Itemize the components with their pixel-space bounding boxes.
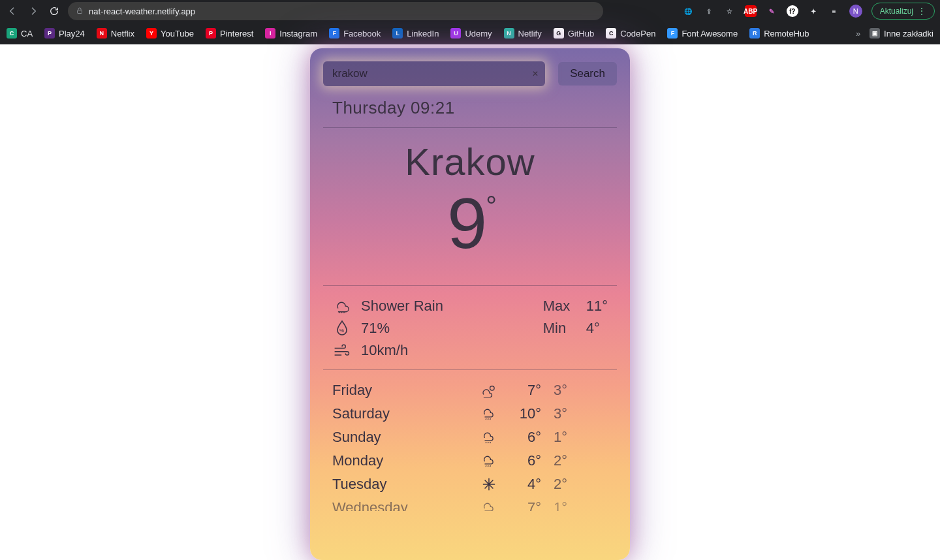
wind-text: 10km/h [361,342,408,359]
wind-icon [332,344,352,357]
bookmark-icon: F [329,28,339,39]
forecast-row: Sunday6°1° [332,429,608,446]
forecast-day: Saturday [332,405,476,422]
bookmark-ca[interactable]: CCA [7,28,33,39]
svg-point-2 [490,386,495,391]
forecast-day: Wednesday [332,499,476,511]
forecast-low: 1° [541,429,567,446]
lock-icon [76,7,84,16]
svg-rect-0 [78,10,82,13]
search-button[interactable]: Search [558,62,617,86]
bookmark-icon: N [97,28,107,39]
wand-icon[interactable]: ✎ [766,5,777,17]
forecast-day: Sunday [332,429,476,446]
extensions-icon[interactable]: ✦ [807,5,819,17]
current-timestamp: Thursday 09:21 [332,98,617,118]
bookmark-codepen[interactable]: CCodePen [606,28,655,39]
folder-icon: ▣ [870,28,880,39]
reload-button[interactable] [47,4,61,18]
forecast-high: 6° [502,452,541,469]
bookmark-icon: N [504,28,514,39]
bookmark-youtube[interactable]: YYouTube [146,28,194,39]
bookmark-icon: C [7,28,17,39]
bookmark-icon: G [554,28,564,39]
forecast-row: Tuesday4°2° [332,476,608,493]
bookmark-icon: F [667,28,678,39]
page-content: ✕ Search Thursday 09:21 Krakow 9° Shower… [0,44,940,560]
forecast-high: 6° [502,429,541,446]
bookmark-font-awesome[interactable]: FFont Awesome [667,28,738,39]
max-value: 11° [586,298,608,315]
city-name: Krakow [323,140,617,183]
bookmarks-bar: CCAPPlay24NNetflixYYouTubePPinterestIIns… [0,22,940,44]
bookmark-facebook[interactable]: FFacebook [329,28,381,39]
abp-icon[interactable]: ABP [745,5,757,17]
condition-text: Shower Rain [361,298,443,315]
details-section: Shower Rain % 71% 10km/h Max11° Min4° [323,298,617,359]
forecast-low: 3° [541,382,567,399]
forecast-high: 4° [502,476,541,493]
forecast-rain-icon [476,500,502,511]
forecast-row: Friday7°3° [332,382,608,399]
bookmark-pinterest[interactable]: PPinterest [206,28,253,39]
browser-chrome: nat-react-weather.netlify.app 🌐 ⇪ ☆ ABP … [0,0,940,44]
bookmark-linkedin[interactable]: LLinkedIn [392,28,439,39]
forecast-row: Saturday10°3° [332,405,608,422]
min-label: Min [543,320,577,337]
city-search-input[interactable] [323,61,545,86]
bookmark-icon: U [450,28,461,39]
bookmark-icon: R [749,28,760,39]
forecast-partly-icon [476,383,502,397]
bookmark-play24[interactable]: PPlay24 [44,28,85,39]
bookmark-udemy[interactable]: UUdemy [450,28,492,39]
share-icon[interactable]: ⇪ [703,5,715,17]
forecast-high: 7° [502,499,541,511]
bookmark-icon: P [206,28,216,39]
humidity-icon: % [332,320,352,337]
bookmark-icon: P [44,28,55,39]
reading-list-icon[interactable]: ≡ [828,5,840,17]
address-bar[interactable]: nat-react-weather.netlify.app [68,2,603,20]
back-button[interactable] [5,4,20,18]
divider [323,285,617,286]
forecast-high: 10° [502,405,541,422]
rain-icon [332,298,352,314]
bookmarks-overflow[interactable]: » [856,29,860,39]
forward-button[interactable] [26,4,40,18]
forecast-day: Monday [332,452,476,469]
bookmark-icon: Y [146,28,157,39]
profile-avatar[interactable]: N [849,5,862,18]
forecast-low: 1° [541,499,567,511]
bookmark-instagram[interactable]: IInstagram [265,28,317,39]
clear-search-icon[interactable]: ✕ [532,69,539,78]
forecast-list: Friday7°3°Saturday10°3°Sunday6°1°Monday6… [323,382,617,511]
other-bookmarks[interactable]: ▣ Inne zakładki [870,28,933,39]
bookmark-icon: C [606,28,616,39]
forecast-day: Friday [332,382,476,399]
url-text: nat-react-weather.netlify.app [89,7,195,16]
forecast-rain-icon [476,406,502,422]
forecast-high: 7° [502,382,541,399]
forecast-row: Wednesday7°1° [332,499,608,511]
max-label: Max [543,298,577,315]
bookmark-remotehub[interactable]: RRemoteHub [749,28,809,39]
weather-card: ✕ Search Thursday 09:21 Krakow 9° Shower… [310,48,630,560]
forecast-low: 3° [541,405,567,422]
fq-icon[interactable]: f? [787,5,798,17]
bookmark-icon: L [392,28,403,39]
forecast-snow-icon [476,477,502,491]
bookmark-icon: I [265,28,275,39]
forecast-row: Monday6°2° [332,452,608,469]
forecast-low: 2° [541,452,567,469]
update-button[interactable]: Aktualizuj⋮ [871,3,935,20]
star-icon[interactable]: ☆ [724,5,736,17]
bookmark-netflix[interactable]: NNetflix [97,28,134,39]
min-value: 4° [586,320,600,337]
bookmark-netlify[interactable]: NNetlify [504,28,542,39]
current-temperature: 9° [323,187,617,259]
humidity-text: 71% [361,320,390,337]
translate-icon[interactable]: 🌐 [682,5,694,17]
svg-text:%: % [339,328,344,334]
bookmark-github[interactable]: GGitHub [554,28,594,39]
forecast-rain-icon [476,429,502,445]
